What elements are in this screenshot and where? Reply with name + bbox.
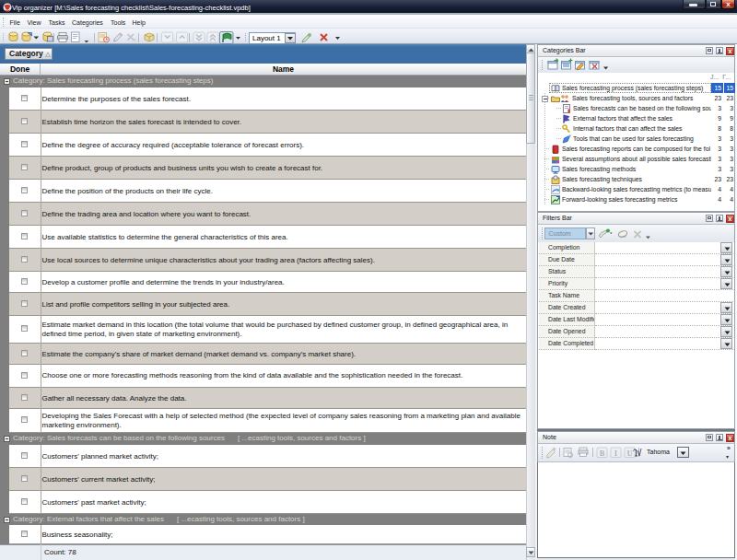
svg-text:B: B [600,449,605,458]
svg-text:U: U [626,449,632,458]
